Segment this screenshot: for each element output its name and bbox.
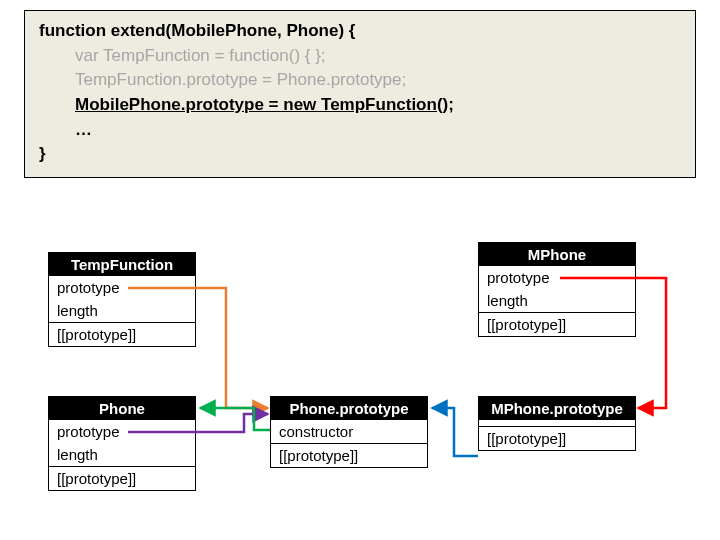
- box-tempfunction-proto-internal: [[prototype]]: [49, 322, 195, 346]
- code-line-2: TempFunction.prototype = Phone.prototype…: [75, 70, 406, 89]
- box-mphone-length: length: [479, 289, 635, 312]
- box-phone: Phone prototype length [[prototype]]: [48, 396, 196, 491]
- arrow-blue: [432, 408, 478, 456]
- box-phone-prototype-header: Phone.prototype: [271, 397, 427, 420]
- code-line-1: var TempFunction = function() { };: [75, 46, 326, 65]
- box-mphone-prototype-header: MPhone.prototype: [479, 397, 635, 420]
- box-phone-proto-internal: [[prototype]]: [49, 466, 195, 490]
- box-phone-prototype-constructor: constructor: [271, 420, 427, 443]
- box-mphone-prototype: MPhone.prototype [[prototype]]: [478, 396, 636, 451]
- box-mphone-proto-internal: [[prototype]]: [479, 312, 635, 336]
- box-mphone-header: MPhone: [479, 243, 635, 266]
- code-line-close: }: [39, 144, 46, 163]
- box-tempfunction: TempFunction prototype length [[prototyp…: [48, 252, 196, 347]
- box-mphone-prototype: prototype: [479, 266, 635, 289]
- code-line-dots: …: [75, 120, 92, 139]
- box-tempfunction-length: length: [49, 299, 195, 322]
- box-phone-header: Phone: [49, 397, 195, 420]
- code-line-sig: function extend(MobilePhone, Phone) {: [39, 21, 355, 40]
- box-phone-length: length: [49, 443, 195, 466]
- box-phone-prototype: Phone.prototype constructor [[prototype]…: [270, 396, 428, 468]
- box-mphone-prototype-proto-internal: [[prototype]]: [479, 426, 635, 450]
- code-snippet: function extend(MobilePhone, Phone) { va…: [24, 10, 696, 178]
- arrow-green: [200, 408, 270, 430]
- code-line-3: MobilePhone.prototype = new TempFunction…: [75, 95, 454, 114]
- box-phone-prototype: prototype: [49, 420, 195, 443]
- box-phone-prototype-proto-internal: [[prototype]]: [271, 443, 427, 467]
- box-tempfunction-prototype: prototype: [49, 276, 195, 299]
- box-tempfunction-header: TempFunction: [49, 253, 195, 276]
- box-mphone: MPhone prototype length [[prototype]]: [478, 242, 636, 337]
